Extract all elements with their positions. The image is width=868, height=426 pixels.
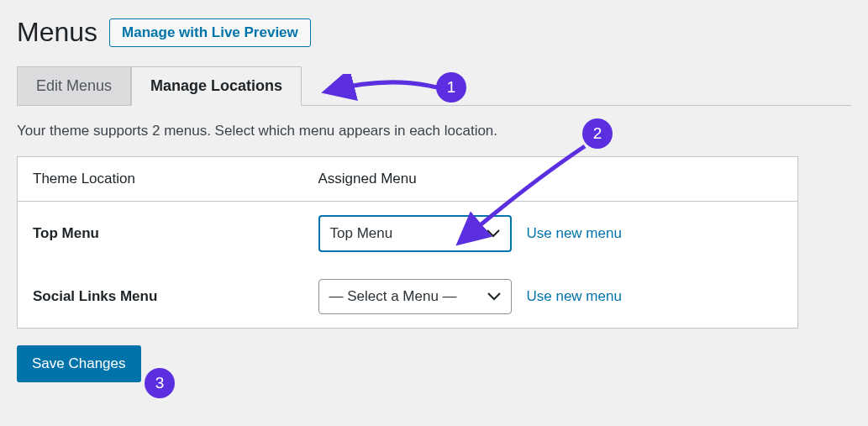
chevron-down-icon bbox=[487, 225, 500, 242]
location-label: Top Menu bbox=[18, 202, 303, 266]
annotation-badge-3: 3 bbox=[145, 368, 175, 398]
table-row: Social Links Menu — Select a Menu — Use … bbox=[18, 266, 798, 329]
save-changes-button[interactable]: Save Changes bbox=[17, 345, 141, 382]
col-assigned-menu: Assigned Menu bbox=[303, 157, 798, 202]
annotation-badge-1: 1 bbox=[436, 72, 466, 103]
use-new-menu-link[interactable]: Use new menu bbox=[527, 225, 622, 242]
tab-edit-menus[interactable]: Edit Menus bbox=[17, 66, 131, 105]
location-label: Social Links Menu bbox=[18, 266, 303, 329]
menu-select-value: Top Menu bbox=[330, 225, 393, 242]
col-theme-location: Theme Location bbox=[18, 157, 303, 202]
chevron-down-icon bbox=[487, 288, 501, 305]
tabs: Edit Menus Manage Locations bbox=[17, 66, 851, 106]
menu-select-top[interactable]: Top Menu bbox=[318, 215, 512, 252]
page-title: Menus bbox=[17, 17, 97, 48]
table-row: Top Menu Top Menu Use new menu bbox=[18, 202, 798, 266]
intro-text: Your theme supports 2 menus. Select whic… bbox=[17, 123, 851, 139]
annotation-badge-2: 2 bbox=[582, 118, 613, 149]
use-new-menu-link[interactable]: Use new menu bbox=[527, 288, 622, 305]
menu-select-value: — Select a Menu — bbox=[329, 288, 457, 305]
menu-select-social[interactable]: — Select a Menu — bbox=[318, 279, 512, 314]
tab-manage-locations[interactable]: Manage Locations bbox=[131, 66, 302, 106]
live-preview-button[interactable]: Manage with Live Preview bbox=[109, 18, 311, 47]
locations-table: Theme Location Assigned Menu Top Menu To… bbox=[17, 156, 798, 329]
